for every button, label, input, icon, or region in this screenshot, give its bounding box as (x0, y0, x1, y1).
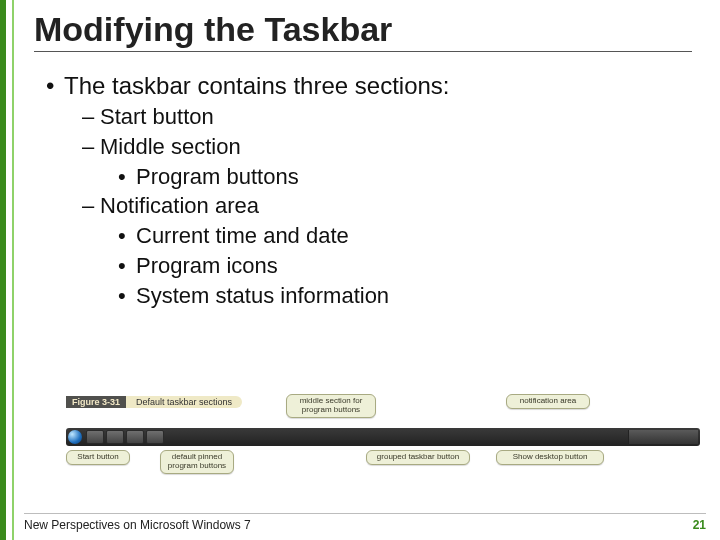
bullet-intro: • The taskbar contains three sections: (46, 70, 690, 102)
footer: New Perspectives on Microsoft Windows 7 … (24, 513, 706, 532)
bullet-subitem: • Program buttons (118, 162, 690, 192)
figure-caption-bar: Figure 3-31 Default taskbar sections (66, 394, 700, 410)
bullet-dash-icon: – (82, 132, 100, 162)
bullet-dash-icon: – (82, 191, 100, 221)
page-number: 21 (693, 518, 706, 532)
subitem-text: Program icons (136, 251, 278, 281)
subitem-text: Current time and date (136, 221, 349, 251)
bullet-dot-icon: • (118, 281, 136, 311)
callout-middle-section: middle section for program buttons (286, 394, 376, 418)
bullet-item: – Start button (82, 102, 690, 132)
pinned-button-icon (106, 430, 124, 444)
bullet-item: – Middle section (82, 132, 690, 162)
intro-text: The taskbar contains three sections: (64, 70, 450, 102)
bullet-subitem: • System status information (118, 281, 690, 311)
title-block: Modifying the Taskbar (6, 0, 720, 56)
subitem-text: System status information (136, 281, 389, 311)
bullet-dot-icon: • (118, 162, 136, 192)
body-block: • The taskbar contains three sections: –… (6, 56, 720, 310)
slide: Modifying the Taskbar • The taskbar cont… (0, 0, 720, 540)
callout-start-button: Start button (66, 450, 130, 465)
callout-show-desktop: Show desktop button (496, 450, 604, 465)
item-text: Start button (100, 102, 214, 132)
bullet-dot-icon: • (46, 70, 64, 102)
item-text: Notification area (100, 191, 259, 221)
bullet-dot-icon: • (118, 221, 136, 251)
pinned-button-icon (146, 430, 164, 444)
bullet-subitem: • Program icons (118, 251, 690, 281)
callout-grouped-button: grouped taskbar button (366, 450, 470, 465)
bullet-dot-icon: • (118, 251, 136, 281)
bullet-item: – Notification area (82, 191, 690, 221)
footer-left-text: New Perspectives on Microsoft Windows 7 (24, 518, 251, 532)
slide-title: Modifying the Taskbar (34, 10, 692, 52)
bullet-dash-icon: – (82, 102, 100, 132)
callout-pinned-buttons: default pinned program buttons (160, 450, 234, 474)
figure-taskbar-sections: Figure 3-31 Default taskbar sections mid… (66, 394, 700, 488)
notification-tray-icon (628, 430, 698, 444)
callout-notification-area: notification area (506, 394, 590, 409)
subitem-text: Program buttons (136, 162, 299, 192)
start-orb-icon (68, 430, 82, 444)
pinned-button-icon (126, 430, 144, 444)
taskbar-illustration (66, 428, 700, 446)
bullet-subitem: • Current time and date (118, 221, 690, 251)
figure-number: Figure 3-31 (66, 396, 126, 408)
figure-title: Default taskbar sections (126, 396, 242, 408)
item-text: Middle section (100, 132, 241, 162)
pinned-button-icon (86, 430, 104, 444)
